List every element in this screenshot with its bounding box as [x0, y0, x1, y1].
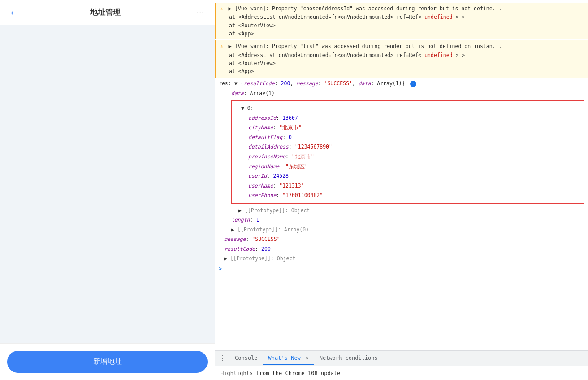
field-provinceName: provinceName: "北京市" [236, 152, 580, 162]
more-button[interactable]: ··· [193, 5, 208, 19]
field-userName: userName: "121313" [236, 181, 580, 191]
app-title: 地址管理 [90, 7, 121, 17]
info-icon[interactable]: i [410, 81, 416, 87]
field-userPhone: userPhone: "17001100482" [236, 191, 580, 201]
res-label: res: [219, 80, 234, 87]
field-defaultFlag: defaultFlag: 0 [236, 133, 580, 143]
add-button-container: 新增地址 [0, 343, 215, 380]
expand-proto-1[interactable]: ▶ [238, 207, 242, 214]
warning-icon-1: ⚠ [220, 5, 223, 12]
field-regionName: regionName: "东城区" [236, 162, 580, 172]
expand-proto-3[interactable]: ▶ [224, 255, 227, 262]
warning-block-1: ⚠ ▶ [Vue warn]: Property "chosenAddressI… [215, 3, 588, 39]
item-0-box: ▼ 0: addressId: 13607 cityName: "北京市" de… [231, 100, 584, 204]
prototype-2-line: ▶ [[Prototype]]: Array(0) [215, 225, 588, 235]
warn-indent-2: at <AddressList onVnodeUnmounted=fn<onVn… [220, 51, 584, 76]
tab-network-conditions[interactable]: Network conditions [314, 352, 383, 365]
devtools-panel: ⚠ ▶ [Vue warn]: Property "chosenAddressI… [215, 0, 588, 380]
expand-arrow-2[interactable]: ▶ [228, 43, 231, 49]
item-0-label: ▼ 0: [236, 104, 580, 114]
prototype-1-line: ▶ [[Prototype]]: Object [215, 206, 588, 216]
message-line: message: "SUCCESS" [215, 235, 588, 245]
mobile-app-panel: ‹ 地址管理 ··· 新增地址 [0, 0, 215, 380]
res-line: res: ▼ {resultCode: 200, message: 'SUCCE… [215, 79, 588, 89]
tab-whats-new[interactable]: What's New × [263, 352, 314, 365]
warning-icon-2: ⚠ [220, 43, 223, 49]
back-button[interactable]: ‹ [7, 5, 17, 19]
field-detailAddress: detailAddress: "1234567890" [236, 142, 580, 152]
add-address-button[interactable]: 新增地址 [7, 351, 208, 373]
devtools-menu-icon[interactable]: ⋮ [219, 354, 226, 363]
console-output: ⚠ ▶ [Vue warn]: Property "chosenAddressI… [215, 0, 588, 350]
highlights-bar: Highlights from the Chrome 108 update [215, 366, 588, 380]
result-code-line: resultCode: 200 [215, 245, 588, 254]
app-content [0, 25, 215, 380]
field-userId: userId: 24528 [236, 171, 580, 181]
collapse-arrow[interactable]: ▼ [234, 80, 238, 87]
res-value: {resultCode: 200, message: 'SUCCESS', da… [241, 80, 405, 87]
expand-arrow-1[interactable]: ▶ [228, 5, 231, 12]
tab-whats-new-close[interactable]: × [306, 355, 309, 361]
data-key: data [231, 90, 244, 96]
tab-console[interactable]: Console [229, 352, 263, 365]
warn-indent-1: at <AddressList onVnodeUnmounted=fn<onVn… [220, 13, 584, 38]
app-header: ‹ 地址管理 ··· [0, 0, 215, 25]
field-addressId: addressId: 13607 [236, 114, 580, 123]
devtools-bottom-bar: ⋮ Console What's New × Network condition… [215, 350, 588, 366]
highlights-text: Highlights from the Chrome 108 update [220, 370, 340, 376]
prompt-arrow: > [219, 266, 222, 272]
prototype-3-line: ▶ [[Prototype]]: Object [215, 254, 588, 264]
warn-text-1: [Vue warn]: Property "chosenAddressId" w… [235, 5, 502, 12]
expand-proto-2[interactable]: ▶ [231, 227, 234, 233]
length-line: length: 1 [215, 215, 588, 225]
warn-text-2: [Vue warn]: Property "list" was accessed… [235, 43, 502, 49]
field-cityName: cityName: "北京市" [236, 123, 580, 133]
prompt-line: > [215, 264, 588, 274]
data-array-line: data: Array(1) [215, 89, 588, 99]
warning-block-2: ⚠ ▶ [Vue warn]: Property "list" was acce… [215, 40, 588, 77]
